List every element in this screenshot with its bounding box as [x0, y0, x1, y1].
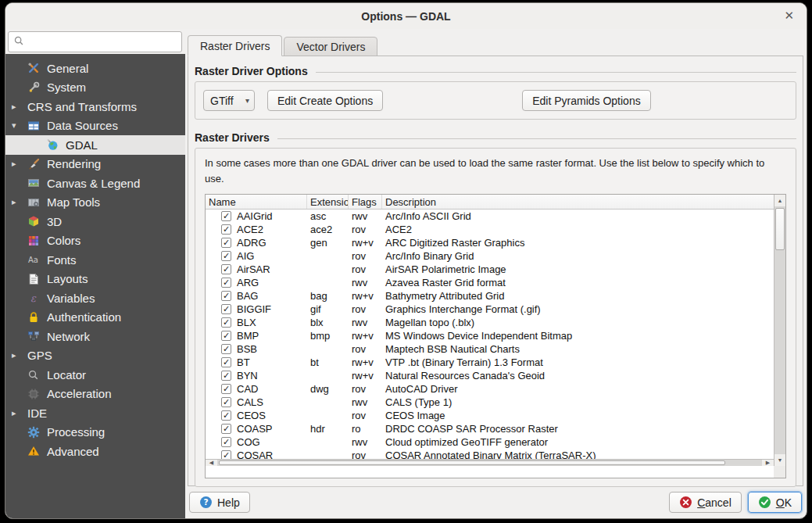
driver-checkbox[interactable]: ✓: [221, 304, 231, 314]
driver-row-bt[interactable]: ✓BTbtrw+vVTP .bt (Binary Terrain) 1.3 Fo…: [206, 356, 774, 369]
driver-row-ceos[interactable]: ✓CEOSrovCEOS Image: [206, 409, 774, 422]
sidebar-item-fonts[interactable]: AaFonts: [5, 250, 185, 270]
driver-checkbox[interactable]: ✓: [221, 344, 231, 354]
expand-arrow-icon[interactable]: ▸: [12, 159, 27, 169]
dialog-footer: ? Help Cancel OK: [188, 486, 803, 518]
edit-pyramids-options-button[interactable]: Edit Pyramids Options: [522, 90, 651, 111]
driver-checkbox[interactable]: ✓: [221, 251, 231, 261]
sidebar-item-system[interactable]: System: [5, 78, 185, 98]
driver-select[interactable]: GTiff ▾: [203, 90, 255, 111]
driver-row-byn[interactable]: ✓BYNrw+vNatural Resources Canada's Geoid: [206, 369, 774, 382]
driver-name: BT: [237, 356, 250, 368]
sidebar-item-label: Authentication: [47, 310, 121, 324]
driver-row-aig[interactable]: ✓AIGrovArc/Info Binary Grid: [206, 249, 774, 263]
driver-row-aaigrid[interactable]: ✓AAIGridascrwvArc/Info ASCII Grid: [206, 210, 774, 223]
ok-button[interactable]: OK: [748, 492, 802, 513]
driver-checkbox[interactable]: ✓: [221, 331, 231, 341]
driver-checkbox[interactable]: ✓: [221, 278, 231, 288]
search-box[interactable]: [8, 31, 182, 52]
vertical-scroll-track[interactable]: [774, 206, 785, 454]
titlebar[interactable]: Options — GDAL ✕: [5, 3, 807, 29]
sidebar-item-canvas-legend[interactable]: Canvas & Legend: [5, 174, 185, 193]
expand-arrow-icon[interactable]: ▸: [12, 350, 27, 360]
sidebar-item-layouts[interactable]: Layouts: [5, 270, 185, 289]
driver-row-airsar[interactable]: ✓AirSARrovAirSAR Polarimetric Image: [206, 263, 774, 276]
sidebar-item-ide[interactable]: ▸IDE: [5, 403, 185, 423]
driver-checkbox[interactable]: ✓: [221, 437, 231, 447]
sidebar-item-rendering[interactable]: ▸Rendering: [5, 155, 185, 174]
sidebar-item-map-tools[interactable]: ▸Map Tools: [5, 193, 185, 213]
tab-raster-drivers[interactable]: Raster Drivers: [188, 35, 282, 56]
sidebar-item-locator[interactable]: Locator: [5, 365, 185, 385]
sidebar-item-network[interactable]: Network: [5, 327, 185, 346]
sidebar-item-general[interactable]: General: [5, 59, 185, 78]
close-button[interactable]: ✕: [784, 9, 794, 22]
driver-name: BIGGIF: [237, 303, 271, 315]
driver-row-cad[interactable]: ✓CADdwgrovAutoCAD Driver: [206, 382, 774, 396]
driver-row-ace2[interactable]: ✓ACE2ace2rovACE2: [206, 223, 774, 236]
driver-row-cals[interactable]: ✓CALSrwvCALS (Type 1): [206, 396, 774, 409]
driver-checkbox[interactable]: ✓: [221, 450, 231, 459]
sidebar-item-gps[interactable]: ▸GPS: [5, 346, 185, 366]
chevron-down-icon: ▾: [245, 96, 249, 105]
driver-checkbox[interactable]: ✓: [221, 264, 231, 274]
sidebar-item-authentication[interactable]: Authentication: [5, 308, 185, 328]
sidebar-item-gdal[interactable]: GDAL: [5, 135, 185, 155]
horizontal-scroll-track[interactable]: [217, 460, 762, 466]
driver-checkbox[interactable]: ✓: [221, 384, 231, 394]
expand-arrow-icon[interactable]: ▸: [12, 102, 27, 112]
driver-checkbox[interactable]: ✓: [221, 291, 231, 301]
edit-create-options-button[interactable]: Edit Create Options: [267, 90, 383, 111]
sidebar-item-data-sources[interactable]: ▾Data Sources: [5, 116, 185, 136]
tab-vector-drivers[interactable]: Vector Drivers: [284, 37, 377, 56]
scroll-up-arrow-icon[interactable]: ▲: [774, 195, 785, 206]
sidebar-item-label: Network: [47, 330, 90, 343]
driver-row-bsb[interactable]: ✓BSBrovMaptech BSB Nautical Charts: [206, 342, 774, 356]
driver-checkbox[interactable]: ✓: [221, 224, 231, 235]
driver-row-blx[interactable]: ✓BLXblxrwvMagellan topo (.blx): [206, 316, 774, 329]
search-input[interactable]: [27, 36, 177, 48]
sidebar-item-advanced[interactable]: Advanced: [5, 442, 185, 461]
scroll-down-arrow-icon[interactable]: ▼: [774, 454, 785, 466]
sidebar-item-crs-and-transforms[interactable]: ▸CRS and Transforms: [5, 97, 185, 116]
help-button[interactable]: ? Help: [189, 492, 250, 513]
driver-checkbox[interactable]: ✓: [221, 238, 231, 248]
authentication-icon: [27, 311, 41, 324]
canvas-legend-icon: [27, 177, 41, 189]
driver-row-coasp[interactable]: ✓COASPhdrroDRDC COASP SAR Processor Rast…: [206, 422, 774, 435]
driver-checkbox[interactable]: ✓: [221, 410, 231, 421]
driver-checkbox[interactable]: ✓: [221, 424, 231, 434]
driver-checkbox[interactable]: ✓: [221, 397, 231, 407]
horizontal-scroll-thumb[interactable]: [219, 460, 725, 465]
scroll-right-arrow-icon[interactable]: ▶: [762, 460, 774, 466]
driver-row-cog[interactable]: ✓COGrwvCloud optimized GeoTIFF generator: [206, 435, 774, 449]
sidebar-item-variables[interactable]: εVariables: [5, 288, 185, 308]
driver-row-arg[interactable]: ✓ARGrwvAzavea Raster Grid format: [206, 276, 774, 289]
driver-flags: rw+v: [349, 356, 382, 368]
collapse-arrow-icon[interactable]: ▾: [12, 120, 27, 131]
driver-checkbox[interactable]: ✓: [221, 357, 231, 367]
expand-arrow-icon[interactable]: ▸: [12, 197, 27, 207]
horizontal-scrollbar[interactable]: ◀ ▶: [206, 459, 774, 466]
scroll-left-arrow-icon[interactable]: ◀: [206, 460, 217, 466]
driver-flags: rwv: [349, 396, 382, 408]
driver-row-biggif[interactable]: ✓BIGGIFgifrovGraphics Interchange Format…: [206, 303, 774, 316]
vertical-scrollbar[interactable]: ▲ ▼: [774, 195, 785, 466]
driver-checkbox[interactable]: ✓: [221, 371, 231, 381]
vertical-scroll-thumb[interactable]: [775, 208, 785, 250]
cancel-button[interactable]: Cancel: [669, 492, 742, 513]
expand-arrow-icon[interactable]: ▸: [12, 408, 27, 418]
sidebar-item-acceleration[interactable]: Acceleration: [5, 385, 185, 404]
sidebar-item-3d[interactable]: 3D: [5, 212, 185, 231]
group-title-raster-driver-options: Raster Driver Options: [195, 63, 796, 79]
driver-checkbox[interactable]: ✓: [221, 211, 231, 221]
driver-checkbox[interactable]: ✓: [221, 317, 231, 328]
driver-row-bag[interactable]: ✓BAGbagrw+vBathymetry Attributed Grid: [206, 289, 774, 303]
driver-description: CEOS Image: [382, 410, 774, 421]
sidebar-item-colors[interactable]: Colors: [5, 231, 185, 251]
sidebar-item-processing[interactable]: Processing: [5, 423, 185, 442]
driver-row-bmp[interactable]: ✓BMPbmprw+vMS Windows Device Independent…: [206, 329, 774, 342]
driver-description: Arc/Info Binary Grid: [382, 250, 774, 262]
driver-row-cosar[interactable]: ✓COSARrovCOSAR Annotated Binary Matrix (…: [206, 449, 774, 459]
driver-row-adrg[interactable]: ✓ADRGgenrw+vARC Digitized Raster Graphic…: [206, 236, 774, 249]
